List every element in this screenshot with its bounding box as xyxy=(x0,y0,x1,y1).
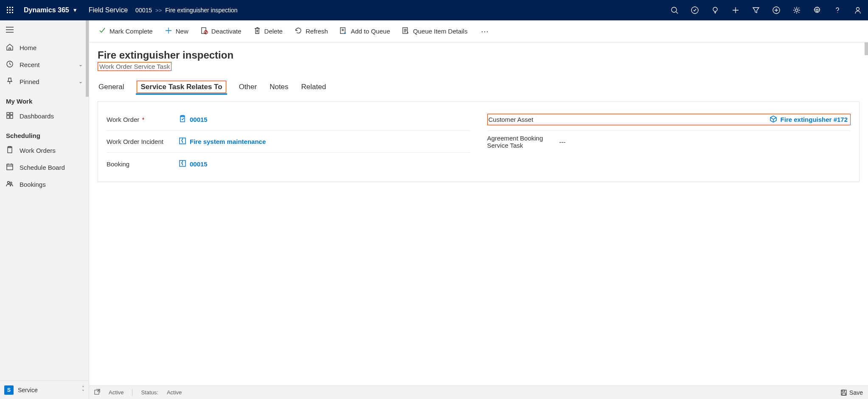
field-label: Work Order Incident xyxy=(107,138,179,145)
app-launcher-icon[interactable] xyxy=(0,0,20,20)
save-button[interactable]: Save xyxy=(841,389,863,396)
clock-icon xyxy=(6,60,14,69)
deactivate-button[interactable]: Deactivate xyxy=(194,24,247,39)
record-entity-label: Work Order Service Task xyxy=(98,62,171,71)
svg-rect-23 xyxy=(7,164,13,170)
sidebar-item-schedule-board[interactable]: Schedule Board xyxy=(0,159,89,176)
status-bar: Active Status: Active Save xyxy=(89,385,868,399)
mark-complete-button[interactable]: Mark Complete xyxy=(93,24,159,39)
check-icon xyxy=(98,27,106,36)
pin-icon xyxy=(6,77,14,86)
field-value[interactable]: Fire extinguisher #172 xyxy=(781,116,848,123)
svg-point-14 xyxy=(816,9,818,11)
svg-rect-5 xyxy=(12,9,13,11)
plus-icon[interactable] xyxy=(725,0,746,20)
trash-icon xyxy=(253,27,261,36)
settings-simple-icon[interactable] xyxy=(787,0,807,20)
tab-notes[interactable]: Notes xyxy=(269,80,289,94)
svg-rect-4 xyxy=(9,9,11,11)
svg-rect-8 xyxy=(12,12,13,13)
puzzle-icon xyxy=(179,137,186,146)
help-icon[interactable] xyxy=(827,0,848,20)
svg-point-15 xyxy=(857,8,860,11)
search-icon[interactable] xyxy=(664,0,685,20)
sidebar-section-my-work: My Work xyxy=(0,90,89,107)
svg-rect-0 xyxy=(7,7,8,8)
sidebar-item-pinned[interactable]: Pinned⌄ xyxy=(0,73,89,90)
new-button[interactable]: New xyxy=(159,24,194,39)
sidebar-item-recent[interactable]: Recent⌄ xyxy=(0,56,89,73)
status-label: Status: xyxy=(141,389,158,396)
svg-point-25 xyxy=(10,182,12,184)
home-icon xyxy=(6,43,14,52)
breadcrumb: 00015 >> Fire extinguisher inspection xyxy=(135,7,238,14)
popout-icon[interactable] xyxy=(94,389,100,396)
field-booking: Booking00015 xyxy=(107,153,470,175)
field-label: Work Order * xyxy=(107,116,179,123)
main-content: Mark CompleteNewDeactivateDeleteRefreshA… xyxy=(89,20,868,399)
field-value[interactable]: 00015 xyxy=(190,116,208,123)
details-icon xyxy=(402,27,410,36)
svg-rect-18 xyxy=(10,112,13,115)
sidebar-item-home[interactable]: Home xyxy=(0,39,89,56)
field-work-order-incident: Work Order IncidentFire system maintenan… xyxy=(107,131,470,153)
queue-item-details-button[interactable]: Queue Item Details xyxy=(396,24,473,39)
brand-switcher[interactable]: Dynamics 365 ▼ xyxy=(20,6,81,14)
sidebar-item-dashboards[interactable]: Dashboards xyxy=(0,107,89,124)
breadcrumb-item[interactable]: Fire extinguisher inspection xyxy=(165,7,237,14)
lightbulb-icon[interactable] xyxy=(705,0,725,20)
sidebar-scrollbar[interactable] xyxy=(86,20,89,97)
field-value[interactable]: 00015 xyxy=(190,160,208,168)
area-switcher[interactable]: S Service ˄˅ xyxy=(0,380,89,399)
field-value: --- xyxy=(559,138,566,146)
area-badge: S xyxy=(4,385,14,395)
tab-general[interactable]: General xyxy=(98,80,125,94)
svg-rect-20 xyxy=(10,115,13,118)
sidebar-item-bookings[interactable]: Bookings xyxy=(0,176,89,193)
gear-icon[interactable] xyxy=(807,0,827,20)
user-icon[interactable] xyxy=(848,0,868,20)
refresh-icon xyxy=(295,27,302,36)
task-icon[interactable] xyxy=(685,0,705,20)
tab-other[interactable]: Other xyxy=(238,80,258,94)
delete-button[interactable]: Delete xyxy=(247,24,289,39)
global-header: Dynamics 365 ▼ Field Service 00015 >> Fi… xyxy=(0,0,868,20)
people-icon xyxy=(6,180,14,189)
brand-label: Dynamics 365 xyxy=(24,6,69,14)
app-name: Field Service xyxy=(81,6,135,14)
svg-rect-17 xyxy=(7,112,9,115)
tab-service-task-relates-to[interactable]: Service Task Relates To xyxy=(136,80,227,94)
filter-icon[interactable] xyxy=(746,0,766,20)
chevron-down-icon: ⌄ xyxy=(79,79,83,84)
svg-rect-36 xyxy=(842,390,845,392)
add-to-queue-button[interactable]: Add to Queue xyxy=(334,24,396,39)
svg-rect-6 xyxy=(7,12,8,13)
svg-rect-1 xyxy=(9,7,11,8)
sidebar-item-work-orders[interactable]: Work Orders xyxy=(0,142,89,159)
field-value[interactable]: Fire system maintenance xyxy=(190,138,266,145)
field-label: Agreement Booking Service Task xyxy=(487,135,559,149)
record-title: Fire extinguisher inspection xyxy=(98,49,860,61)
form-tabs: GeneralService Task Relates ToOtherNotes… xyxy=(98,80,860,94)
field-agreement-booking-service-task: Agreement Booking Service Task--- xyxy=(487,131,851,153)
calendar-icon xyxy=(6,163,14,172)
command-bar: Mark CompleteNewDeactivateDeleteRefreshA… xyxy=(89,20,868,42)
field-customer-asset: Customer AssetFire extinguisher #172 xyxy=(487,109,851,131)
svg-rect-3 xyxy=(7,9,8,11)
global-commands xyxy=(664,0,868,20)
refresh-button[interactable]: Refresh xyxy=(289,24,334,39)
clipboard-icon xyxy=(179,115,186,124)
svg-rect-19 xyxy=(7,115,9,118)
record-state: Active xyxy=(109,389,124,396)
queue-icon xyxy=(340,27,347,36)
add-circle-icon[interactable] xyxy=(766,0,787,20)
tab-related[interactable]: Related xyxy=(301,80,327,94)
breadcrumb-item[interactable]: 00015 xyxy=(135,7,152,14)
chevron-down-icon: ⌄ xyxy=(79,62,83,67)
field-label: Booking xyxy=(107,160,179,168)
sidebar-toggle[interactable] xyxy=(0,20,89,39)
svg-point-9 xyxy=(671,7,677,12)
svg-rect-37 xyxy=(842,393,846,395)
more-commands[interactable]: ⋯ xyxy=(477,27,494,36)
breadcrumb-separator: >> xyxy=(155,7,162,14)
